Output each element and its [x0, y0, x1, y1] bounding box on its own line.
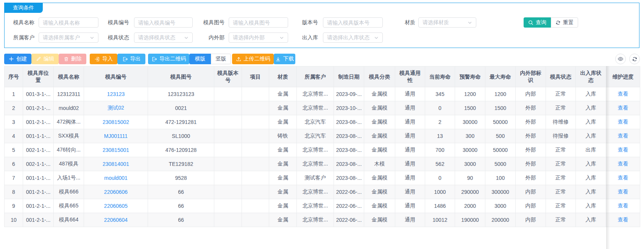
- mold-code-link[interactable]: 22060606: [104, 189, 128, 195]
- table-cell: 90: [455, 171, 485, 185]
- import-button[interactable]: 导入: [90, 54, 117, 64]
- column-header: 模具分类: [364, 67, 395, 87]
- search-button[interactable]: 查询: [524, 17, 551, 28]
- table-cell: 北京博世...: [297, 101, 334, 115]
- table-cell: [242, 101, 269, 115]
- mold-code-link[interactable]: 230815001: [103, 147, 129, 153]
- table-cell: 2000: [455, 199, 485, 213]
- view-link[interactable]: 查看: [618, 217, 628, 223]
- inout-select[interactable]: 请选择出入库状态: [323, 32, 383, 43]
- table-cell: 476转向...: [54, 143, 84, 157]
- table-cell: 入库: [576, 213, 606, 227]
- table-cell: 查看: [606, 185, 640, 199]
- table-cell: 金属模: [364, 87, 395, 101]
- column-header: 出入库状 态: [576, 67, 606, 87]
- material-label: 材质: [405, 17, 415, 28]
- table-cell: 金属模: [364, 185, 395, 199]
- table-cell: 230815002: [84, 115, 148, 129]
- table-cell: 200000: [485, 213, 516, 227]
- view-link[interactable]: 查看: [618, 203, 628, 209]
- table-cell: 500: [485, 129, 516, 143]
- mold-code-link[interactable]: 123123: [107, 91, 125, 97]
- table-cell: 290000: [455, 185, 485, 199]
- table-cell: 001-2-1-...: [23, 115, 54, 129]
- table-cell: 10012: [425, 213, 455, 227]
- table-cell: 正常: [546, 199, 576, 213]
- edit-button[interactable]: 编辑: [31, 54, 59, 64]
- view-link[interactable]: 查看: [618, 161, 628, 167]
- column-header: 所属客户: [297, 67, 334, 87]
- mold-code-link[interactable]: 22060605: [104, 203, 128, 209]
- view-link[interactable]: 查看: [618, 91, 628, 97]
- table-cell: 内部: [516, 199, 546, 213]
- table-cell: 001-2-1-...: [23, 199, 54, 213]
- edit-icon: [36, 56, 41, 62]
- create-button[interactable]: 创建: [4, 54, 31, 64]
- table-cell: 66: [148, 213, 214, 227]
- table-cell: 001-1-1-...: [23, 171, 54, 185]
- download-button[interactable]: 下载: [274, 54, 295, 64]
- table-cell: [214, 101, 242, 115]
- mold-code-link[interactable]: 230815002: [103, 119, 129, 125]
- mold-code-link[interactable]: 230814001: [103, 161, 129, 167]
- view-link[interactable]: 查看: [618, 133, 628, 139]
- export-qr-icon: [151, 56, 157, 62]
- mold-code-link[interactable]: MJ001111: [104, 133, 128, 139]
- table-cell: 22060604: [84, 213, 148, 227]
- table-cell: 002-1-1-...: [23, 157, 54, 171]
- table-cell: 9: [5, 199, 23, 213]
- column-visibility-button[interactable]: [615, 54, 626, 64]
- view-link[interactable]: 查看: [618, 189, 628, 195]
- table-cell: 模具665: [54, 199, 84, 213]
- mold-code-link[interactable]: mould001: [104, 175, 128, 181]
- filter-tab[interactable]: 查询条件: [4, 3, 43, 13]
- table-cell: mould001: [84, 171, 148, 185]
- table-cell: 2022-06-...: [334, 185, 364, 199]
- portrait-toggle[interactable]: 竖版: [211, 54, 231, 64]
- mold-code-link[interactable]: 22060604: [104, 217, 128, 223]
- material-select[interactable]: 请选择材质: [418, 17, 476, 28]
- column-header: 维护进度: [606, 67, 640, 87]
- reset-button[interactable]: 重置: [551, 17, 578, 28]
- table-cell: 22060606: [84, 185, 148, 199]
- table-row: 3001-2-1-...472阀体...230815002472-1291281…: [5, 115, 640, 129]
- delete-button[interactable]: 删除: [59, 54, 86, 64]
- table-cell: 查看: [606, 213, 640, 227]
- table-cell: 出库: [576, 143, 606, 157]
- table-cell: 通用: [395, 129, 425, 143]
- table-cell: [214, 157, 242, 171]
- refresh-button[interactable]: [629, 54, 640, 64]
- table-cell: 正常: [546, 87, 576, 101]
- view-link[interactable]: 查看: [618, 119, 628, 125]
- upload-qr-button[interactable]: 上传二维码: [232, 54, 274, 64]
- table-cell: [214, 185, 242, 199]
- table-cell: 测试02: [84, 101, 148, 115]
- landscape-toggle[interactable]: 横版: [189, 54, 211, 64]
- table-cell: 北京博世...: [297, 87, 334, 101]
- view-link[interactable]: 查看: [618, 147, 628, 153]
- export-qr-button[interactable]: 导出二维码: [148, 54, 189, 64]
- trash-icon: [64, 56, 69, 62]
- table-cell: 2023-08-...: [334, 129, 364, 143]
- table-cell: 2023-09-...: [334, 87, 364, 101]
- table-cell: 2: [5, 101, 23, 115]
- table-cell: 查看: [606, 171, 640, 185]
- table-cell: 内部: [516, 185, 546, 199]
- table-cell: 472-1291281: [148, 115, 214, 129]
- column-header: 项目: [242, 67, 269, 87]
- view-link[interactable]: 查看: [618, 175, 628, 181]
- table-cell: 1: [5, 87, 23, 101]
- view-link[interactable]: 查看: [618, 105, 628, 111]
- table-cell: 1486: [425, 199, 455, 213]
- table-cell: [214, 87, 242, 101]
- export-button[interactable]: 导出: [117, 54, 145, 64]
- table-cell: 230815001: [84, 143, 148, 157]
- table-row: 4001-1-1-...SXX模具MJ001111SL1000铸铁北京汽车202…: [5, 129, 640, 143]
- table-cell: 700: [425, 143, 455, 157]
- table-cell: 外部: [516, 143, 546, 157]
- table-cell: 123123: [84, 87, 148, 101]
- mold-code-link[interactable]: 测试02: [108, 105, 124, 111]
- table-cell: 7: [5, 171, 23, 185]
- column-header: 预警寿命: [455, 67, 485, 87]
- table-cell: 1500: [485, 101, 516, 115]
